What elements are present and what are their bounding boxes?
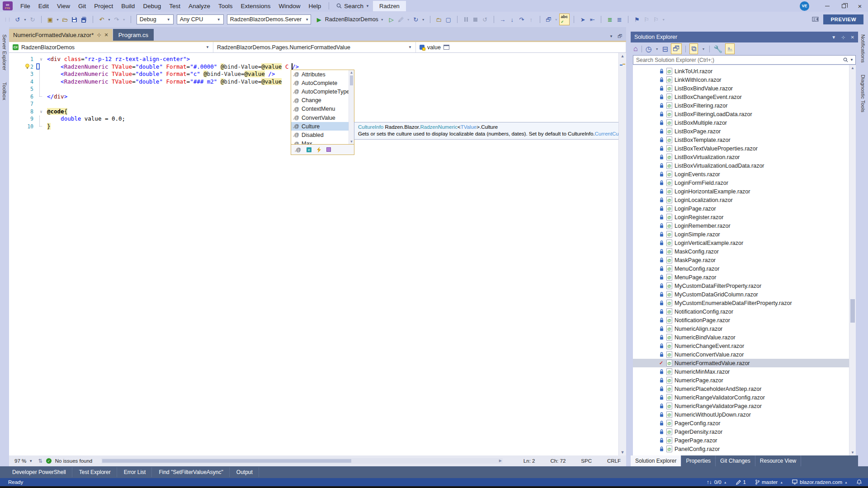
solution-tree-item[interactable]: ✓ @ MyCustomDataFilterProperty.razor <box>633 282 856 290</box>
solution-tree-item[interactable]: ✓ @ NotificationConfig.razor <box>633 307 856 316</box>
solution-tree-item[interactable]: ✓ @ LinkToUrl.razor <box>633 67 856 75</box>
pending-changes-filter-icon[interactable]: ◷ <box>646 45 652 53</box>
close-icon[interactable]: ✕ <box>104 32 108 38</box>
solution-tree-item[interactable]: ✓ @ PagerDensity.razor <box>633 427 856 436</box>
notifications-bell-icon[interactable] <box>857 479 862 485</box>
glyph-margin[interactable] <box>9 108 19 116</box>
tool-panel-tab[interactable]: Git Changes <box>716 455 755 466</box>
bottom-panel-tab[interactable]: Test Explorer <box>73 467 117 477</box>
intellisense-item[interactable]: @ Attributes <box>291 70 354 79</box>
comment-icon[interactable]: ≣ <box>605 14 614 25</box>
solution-tree-item[interactable]: ✓ @ LoginSimple.razor <box>633 230 856 239</box>
start-debugging-button[interactable]: ▶ RadzenBlazorDemos ▼ <box>313 14 387 25</box>
format-document-icon[interactable]: ⇤ <box>588 14 597 25</box>
solution-tree-item[interactable]: ✓ @ NumericMinMax.razor <box>633 367 856 376</box>
next-bookmark-icon[interactable]: ⚐ <box>651 14 660 25</box>
solution-tree-item[interactable]: ✓ @ LoginHorizontalExample.razor <box>633 187 856 196</box>
code-editor[interactable]: 1 ∨ <div class="rz-p-12 rz-text-align-ce… <box>9 53 626 455</box>
solution-tree-item[interactable]: ✓ @ NumericWithoutUpDown.razor <box>633 410 856 419</box>
restore-button[interactable] <box>835 0 852 12</box>
solution-tree-item[interactable]: ✓ @ LoginRemember.razor <box>633 221 856 230</box>
menu-item[interactable]: Tools <box>214 1 237 11</box>
scroll-up-icon[interactable]: ▲ <box>349 70 354 75</box>
solution-tree-item[interactable]: ✓ @ MyCustomEnumerableDataFilterProperty… <box>633 299 856 307</box>
glyph-margin[interactable] <box>9 123 19 131</box>
toolbar-grip[interactable]: ⋮⋮ <box>4 17 11 22</box>
event-handlers-filter-icon[interactable] <box>317 147 321 153</box>
line-ending-indicator[interactable]: CRLF <box>607 458 621 464</box>
find-in-files-icon[interactable]: 🗗 <box>544 14 553 25</box>
open-containing-folder-icon[interactable]: 🗀 <box>434 14 443 25</box>
step-out-icon[interactable]: ↷ <box>517 14 526 25</box>
split-editor-icon[interactable] <box>443 45 449 50</box>
solution-configuration-select[interactable]: Debug ▼ <box>137 14 174 24</box>
tool-panel-tab[interactable]: Solution Explorer <box>631 455 681 466</box>
bottom-panel-tab[interactable]: Developer PowerShell <box>6 467 72 477</box>
solution-tree-item[interactable]: ✓ @ LoginVerticalExample.razor <box>633 239 856 247</box>
solution-tree-item[interactable]: ✓ @ ListBoxFilteringLoadData.razor <box>633 110 856 118</box>
solution-tree-item[interactable]: ✓ @ ListBoxPage.razor <box>633 127 856 136</box>
zoom-select[interactable]: 97 % ▼ <box>13 458 34 464</box>
feedback-icon[interactable] <box>812 17 819 23</box>
column-indicator[interactable]: Ch: 72 <box>550 458 566 464</box>
solution-tree-item[interactable]: ✓ @ NumericFormattedValue.razor <box>633 359 856 367</box>
solution-tree-item[interactable]: ✓ @ ListBoxTemplate.razor <box>633 136 856 144</box>
solution-tree-item[interactable]: ✓ @ PagerConfig.razor <box>633 419 856 427</box>
solution-explorer-title-bar[interactable]: Solution Explorer ▼ ⊹ ✕ <box>631 32 858 42</box>
solution-tree-item[interactable]: ✓ @ ListBoxTextValueProperties.razor <box>633 144 856 153</box>
solution-tree-item[interactable]: ✓ @ NumericRangeValidatorConfig.razor <box>633 393 856 402</box>
hot-reload-icon[interactable]: ↻ <box>411 14 420 25</box>
intellisense-item[interactable]: @ Change <box>291 96 354 105</box>
minimize-button[interactable] <box>819 0 835 12</box>
filter-dropdown-icon[interactable]: ▼ <box>655 47 660 51</box>
redo-dropdown-icon[interactable]: ▼ <box>122 18 127 21</box>
glyph-margin[interactable] <box>9 85 19 93</box>
preview-selected-items-icon[interactable]: ⎁ <box>725 43 735 54</box>
glyph-margin[interactable] <box>9 100 19 108</box>
active-files-dropdown-icon[interactable]: ▼ <box>609 34 613 38</box>
attach-dropdown-icon[interactable]: ▼ <box>406 18 411 21</box>
solution-platform-select[interactable]: Any CPU ▼ <box>177 14 224 24</box>
tree-scrollbar[interactable]: ▲ ▼ <box>849 65 856 455</box>
solution-tree-item[interactable]: ✓ @ ListBoxChangeEvent.razor <box>633 93 856 101</box>
pin-icon[interactable]: ⊹ <box>841 35 845 40</box>
glyph-margin[interactable] <box>9 63 19 71</box>
browser-window-icon[interactable]: ▢ <box>444 14 453 25</box>
solution-tree-item[interactable]: ✓ @ NumericBindValue.razor <box>633 333 856 342</box>
solution-tree-item[interactable]: ✓ @ MyCustomDataGridColumn.razor <box>633 290 856 299</box>
sync-with-active-document-icon[interactable]: 🗗 <box>671 43 682 54</box>
razor-attribute-filter-icon[interactable]: @ <box>295 147 301 153</box>
line-indicator[interactable]: Ln: 2 <box>524 458 535 464</box>
close-button[interactable]: × <box>852 0 868 12</box>
scroll-down-icon[interactable]: ▼ <box>619 450 626 455</box>
git-repository-status[interactable]: blazor.radzen.com ▲ <box>792 479 848 485</box>
editor-horizontal-scrollbar[interactable]: ▶ <box>101 458 503 464</box>
glyph-margin[interactable] <box>9 70 19 78</box>
code-line[interactable]: 1 ∨ <div class="rz-p-12 rz-text-align-ce… <box>9 56 626 63</box>
menu-item[interactable]: Window <box>275 1 305 11</box>
pending-edits-status[interactable]: 1 <box>736 479 746 485</box>
scrollbar-thumb[interactable] <box>350 75 353 85</box>
intellisense-item[interactable]: @ ConvertValue <box>291 113 354 122</box>
git-sync-status[interactable]: ↑↓ 0/0 ▲ <box>707 479 726 485</box>
solution-tree-item[interactable]: ✓ @ LoginEvents.razor <box>633 170 856 178</box>
solution-tree-item[interactable]: ✓ @ ListBoxMultiple.razor <box>633 118 856 127</box>
events-filter-icon[interactable]: e <box>307 147 311 152</box>
step-into-icon[interactable]: → <box>498 14 507 25</box>
solution-tree-item[interactable]: ✓ @ ListBoxVirtualizationLoadData.razor <box>633 161 856 170</box>
solution-tree-item[interactable]: ✓ @ MaskConfig.razor <box>633 247 856 256</box>
lightbulb-quick-actions-icon[interactable] <box>25 64 29 68</box>
undo-icon[interactable]: ↶ <box>97 14 106 25</box>
collapse-all-icon[interactable]: ⊟ <box>662 45 668 53</box>
solution-tree-item[interactable]: ✓ @ MenuConfig.razor <box>633 264 856 273</box>
float-window-icon[interactable]: 🗗 <box>618 33 623 39</box>
solution-tree-item[interactable]: ✓ @ NumericPage.razor <box>633 376 856 385</box>
navigate-up-icon[interactable]: ↑ <box>527 14 536 25</box>
menu-item[interactable]: Analyze <box>184 1 214 11</box>
glyph-margin[interactable] <box>9 56 19 63</box>
solution-tree-item[interactable]: ✓ @ NumericRangeValidatorPage.razor <box>633 402 856 410</box>
tab-program-cs[interactable]: Program.cs <box>113 29 154 41</box>
step-over-icon[interactable]: ↓ <box>508 14 517 25</box>
glyph-margin[interactable] <box>9 78 19 86</box>
scroll-up-icon[interactable]: ▲ <box>619 54 626 58</box>
